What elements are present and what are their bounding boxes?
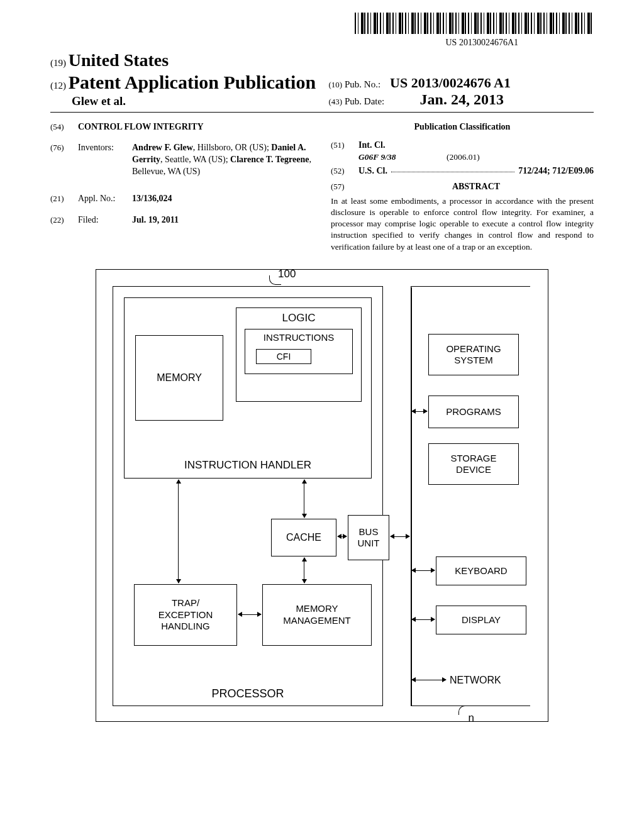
storage-label: STORAGE DEVICE <box>450 453 496 475</box>
filed-date: Jul. 19, 2011 <box>132 214 313 226</box>
instructions-label: INSTRUCTIONS <box>245 332 352 343</box>
logic-label: LOGIC <box>236 312 361 324</box>
arrow-cache-memmg <box>304 558 304 583</box>
barcode-area: US 20130024676A1 <box>50 13 594 48</box>
uscl-label: U.S. Cl. <box>358 165 387 177</box>
system-box: PROCESSOR INSTRUCTION HANDLER LOGIC INST… <box>96 269 548 722</box>
figure-1: 100 102 104 n PROCESSOR INSTRUCTION HAND… <box>96 269 548 722</box>
trap-label: TRAP/ EXCEPTION HANDLING <box>158 597 213 633</box>
uscl-num: (52) <box>331 165 358 177</box>
patent-page: US 20130024676A1 (19) United States (12)… <box>0 0 644 747</box>
cfi-label: CFI <box>277 351 291 362</box>
header-right: (10) Pub. No.: US 2013/0024676 A1 (43) P… <box>329 75 594 108</box>
bus-unit-box: BUS UNIT <box>348 515 389 560</box>
abstract-num: (57) <box>331 181 358 193</box>
uscl-value: 712/244; 712/E09.06 <box>518 165 594 177</box>
io-spine-line <box>411 287 412 706</box>
storage-device-box: STORAGE DEVICE <box>428 443 519 485</box>
memory-management-box: MEMORY MANAGEMENT <box>262 584 372 646</box>
header-left: (19) United States (12) Patent Applicati… <box>50 50 329 108</box>
filed-label: Filed: <box>78 214 132 226</box>
arrow-bus-io <box>391 536 409 537</box>
operating-system-box: OPERATING SYSTEM <box>428 334 519 375</box>
header: (19) United States (12) Patent Applicati… <box>50 50 594 113</box>
right-column: Publication Classification (51) Int. Cl.… <box>331 121 594 253</box>
title-num: (54) <box>50 121 78 133</box>
pub-date: Jan. 24, 2013 <box>420 91 504 108</box>
intcl-label: Int. Cl. <box>358 140 385 152</box>
programs-label: PROGRAMS <box>446 406 501 417</box>
body-columns: (54) CONTROL FLOW INTEGRITY (76) Invento… <box>50 121 594 253</box>
barcode-icon <box>355 13 594 34</box>
intcl-num: (51) <box>331 140 358 152</box>
memory-label: MEMORY <box>157 372 202 384</box>
pub-number: US 2013/0024676 A1 <box>390 75 511 91</box>
hdr-r2-num: (43) <box>329 97 343 106</box>
arrow-ih-trap <box>178 480 179 583</box>
arrow-io-network <box>412 680 446 680</box>
intcl-code: G06F 9/38 <box>358 152 447 163</box>
os-label: OPERATING SYSTEM <box>446 343 501 366</box>
abstract-label: ABSTRACT <box>358 181 594 193</box>
instruction-handler-label: INSTRUCTION HANDLER <box>125 459 371 472</box>
inventors-list: Andrew F. Glew, Hillsboro, OR (US); Dani… <box>132 142 313 178</box>
trap-exception-box: TRAP/ EXCEPTION HANDLING <box>134 584 237 646</box>
display-box: DISPLAY <box>436 606 526 634</box>
barcode-number: US 20130024676A1 <box>50 38 518 48</box>
hdr-l2-text: Patent Application Publication <box>69 72 316 92</box>
cache-label: CACHE <box>286 532 321 543</box>
cfi-box: CFI <box>256 349 311 364</box>
hdr-r1-label: Pub. No.: <box>345 79 380 89</box>
hdr-authors: Glew et al. <box>50 94 329 108</box>
intcl-date: (2006.01) <box>447 152 480 163</box>
arrow-io-display <box>412 619 435 620</box>
network-label: NETWORK <box>450 675 501 686</box>
hdr-l1-text: United States <box>69 50 169 70</box>
programs-box: PROGRAMS <box>428 396 519 428</box>
inv-num: (76) <box>50 142 78 178</box>
keyboard-box: KEYBOARD <box>436 556 526 585</box>
arrow-ih-cache <box>304 480 304 517</box>
filed-num: (22) <box>50 214 78 226</box>
memory-box: MEMORY <box>135 335 223 421</box>
hdr-r2-label: Pub. Date: <box>345 96 384 106</box>
inv-label: Inventors: <box>78 142 132 178</box>
appl-number: 13/136,024 <box>132 193 313 205</box>
hdr-l1-num: (19) <box>50 58 66 68</box>
display-label: DISPLAY <box>462 614 501 625</box>
keyboard-label: KEYBOARD <box>455 565 507 576</box>
appl-num-num: (21) <box>50 193 78 205</box>
arrow-io-programs <box>412 411 427 412</box>
abstract-text: In at least some embodiments, a processo… <box>331 196 594 253</box>
bus-unit-label: BUS UNIT <box>358 526 380 549</box>
pub-classification-heading: Publication Classification <box>331 121 594 133</box>
arrow-cache-bus <box>338 536 347 537</box>
processor-label: PROCESSOR <box>113 687 382 700</box>
memmg-label: MEMORY MANAGEMENT <box>283 603 351 627</box>
hdr-l2-num: (12) <box>50 80 66 91</box>
arrow-io-keyboard <box>412 570 435 571</box>
arrow-trap-memmg <box>238 614 261 615</box>
left-column: (54) CONTROL FLOW INTEGRITY (76) Invento… <box>50 121 313 253</box>
dots-leader <box>391 165 514 172</box>
appl-num-label: Appl. No.: <box>78 193 132 205</box>
hdr-r1-num: (10) <box>329 80 343 89</box>
cache-box: CACHE <box>271 519 336 556</box>
invention-title: CONTROL FLOW INTEGRITY <box>78 121 313 133</box>
